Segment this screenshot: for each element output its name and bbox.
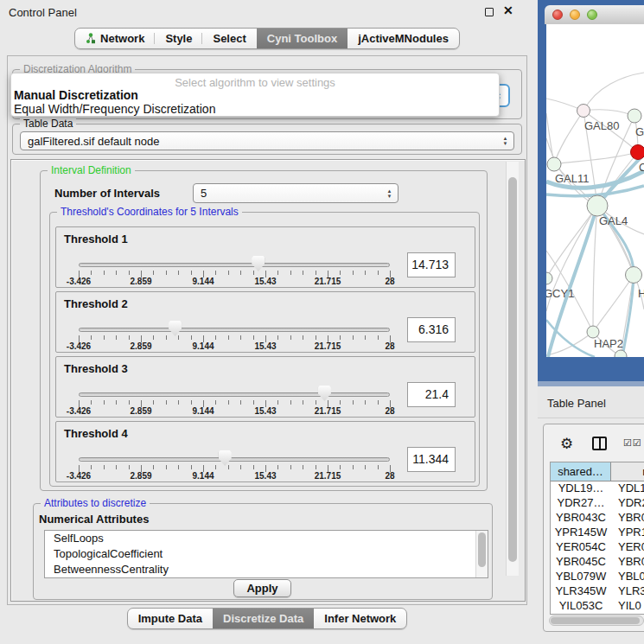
slider-tick [240,465,241,469]
attribute-item-topologicalcoefficient[interactable]: TopologicalCoefficient [45,546,488,562]
slider-thumb[interactable] [318,386,331,401]
table-data-combo[interactable]: galFiltered.sif default node ▲▼ [20,131,514,150]
slider-thumb[interactable] [219,450,232,466]
network-edge[interactable] [554,152,638,164]
table-data-group-title: Table Data [20,118,76,130]
apply-button[interactable]: Apply [233,579,291,597]
slider-tick [228,335,229,340]
checkbox-filter-icons[interactable]: ☑☑ [623,437,642,449]
attribute-item-selfloops[interactable]: SelfLoops [45,531,488,546]
thresholds-groupbox: Threshold's Coordinates for 5 Intervals … [49,212,480,487]
network-node-h[interactable] [626,267,642,284]
slider-track[interactable] [79,392,390,397]
threshold-value-field[interactable]: 11.344 [407,447,456,472]
slider-tick [191,400,192,405]
threshold-value-field[interactable]: 14.713 [407,252,456,277]
table-row[interactable]: YLR345WYLR3 [551,584,644,599]
slider-thumb[interactable] [169,321,182,336]
combo-stepper-icon: ▲▼ [500,136,513,146]
slider-tick-label: -3.426 [54,406,103,416]
network-node-hap2[interactable] [587,326,599,338]
slider-tick [215,335,216,340]
table-row[interactable]: YBR045CYBR0 [551,555,644,570]
dropdown-option-manual-discretization[interactable]: Manual Discretization [11,88,499,102]
tab-select[interactable]: Select [202,29,256,48]
slider-tick [290,335,291,340]
slider-tick-label: -3.426 [54,341,103,351]
hscrollbar-thumb[interactable] [551,617,640,624]
threshold-value-field[interactable]: 6.316 [407,317,456,342]
slider-tick [215,400,216,405]
table-row[interactable]: YBL079WYBL0 [551,570,644,584]
dropdown-option-equal-width-frequency-discretization[interactable]: Equal Width/Frequency Discretization [11,102,499,116]
tab-network[interactable]: Network [75,29,155,48]
network-edge[interactable] [546,206,597,278]
network-node-gal11[interactable] [547,157,561,171]
tab-style[interactable]: Style [155,29,202,48]
vertical-scrollbar[interactable] [506,162,519,576]
threshold-value-field[interactable]: 21.4 [407,382,456,407]
list-scrollbar[interactable] [475,531,488,577]
network-node-gcy1[interactable] [546,272,552,284]
slider-tick-label: 21.715 [303,341,352,351]
table-cell: YLR3 [611,584,644,599]
table-row[interactable]: YIL053CYIL0 [551,599,644,614]
network-edge[interactable] [583,73,644,111]
table-row[interactable]: YDR27…YDR2 [551,496,644,511]
network-edge[interactable] [593,206,597,332]
node-label-h: H [638,287,644,300]
num-intervals-combo[interactable]: 5 ▲▼ [193,183,399,203]
table-row[interactable]: YER054CYER0 [551,540,644,555]
table-cell: YBR0 [611,511,644,526]
scrollbar-thumb[interactable] [508,177,517,562]
tab-jactivemnodules[interactable]: jActiveMNodules [348,29,459,48]
table-row[interactable]: YDL19…YDL1 [551,481,644,496]
list-scrollbar-thumb[interactable] [478,532,486,567]
combo-stepper-icon: ▲▼ [384,188,398,199]
table-cell: YIL0 [611,599,644,614]
close-traffic-light-icon[interactable] [552,10,563,20]
node-table[interactable]: shared…na YDL19…YDL1YDR27…YDR2YBR043CYBR… [550,462,644,615]
slider-tick [91,271,92,275]
attribute-item-betweennesscentrality[interactable]: BetweennessCentrality [45,562,488,577]
network-edge[interactable] [583,110,634,116]
network-canvas[interactable]: GAL80GACGAL11GAL4GCY1HHAP2 [546,24,644,357]
slider-track[interactable] [79,328,390,332]
network-icon [86,33,96,44]
column-header-shared[interactable]: shared… [551,462,611,481]
table-cell: YBR045C [551,555,611,570]
zoom-traffic-light-icon[interactable] [587,10,597,20]
minimize-traffic-light-icon[interactable] [570,10,580,20]
tab-cyni-toolbox[interactable]: Cyni Toolbox [257,29,348,48]
table-row[interactable]: YBR043CYBR0 [551,511,644,526]
threshold-label: Threshold 3 [64,362,128,375]
network-node-gal4[interactable] [587,195,608,216]
bottom-tab-discretize-data[interactable]: Discretize Data [213,609,314,628]
slider-tick [215,465,216,469]
gear-icon[interactable]: ⚙ [560,435,573,453]
network-node-gal80[interactable] [577,105,590,118]
slider-tick [166,465,167,469]
slider-track[interactable] [79,263,390,267]
close-icon[interactable]: ✕ [503,3,513,17]
network-edge[interactable] [554,111,583,164]
interval-definition-groupbox: Interval Definition Number of Intervals … [40,170,488,491]
numerical-attributes-list[interactable]: SelfLoopsTopologicalCoefficientBetweenne… [44,530,488,578]
bottom-tab-infer-network[interactable]: Infer Network [314,609,406,628]
slider-tick [253,271,254,275]
split-columns-icon[interactable] [592,437,607,450]
table-row[interactable]: YPR145WYPR1 [551,526,644,540]
bottom-tab-impute-data[interactable]: Impute Data [128,609,213,628]
network-node-unlabeled[interactable] [615,350,627,357]
slider-track[interactable] [79,457,390,462]
float-window-icon[interactable] [485,8,494,16]
slider-tick [303,335,303,340]
top-tab-bar: NetworkStyleSelectCyni ToolboxjActiveMNo… [0,28,534,49]
horizontal-scrollbar[interactable] [549,615,644,626]
network-node-ga[interactable] [628,109,641,123]
column-header-na[interactable]: na [611,462,644,481]
slider-thumb[interactable] [252,256,265,271]
slider-tick [378,335,379,340]
network-node-c[interactable] [631,145,644,160]
slider-tick [365,271,366,275]
